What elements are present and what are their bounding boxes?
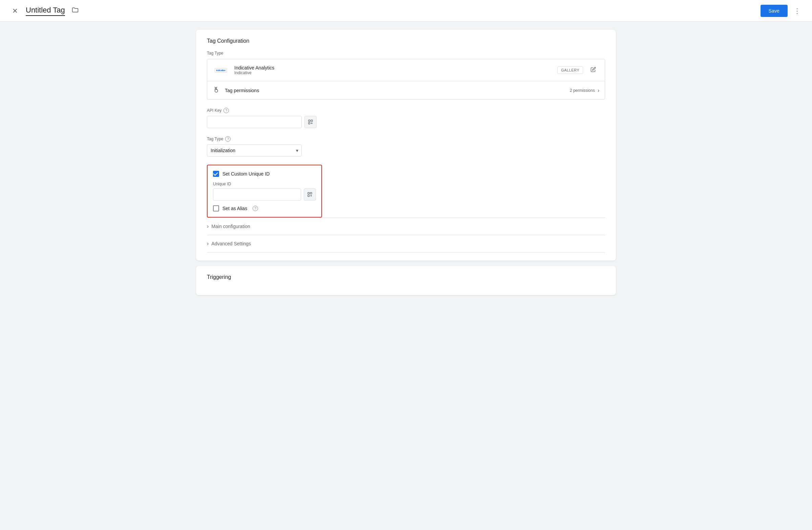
save-button[interactable]: Save (760, 5, 788, 17)
key-icon (211, 85, 221, 96)
svg-rect-5 (310, 193, 312, 194)
api-key-input-row (207, 116, 605, 128)
tag-type-name: Indicative Analytics (234, 65, 557, 70)
tag-configuration-title: Tag Configuration (207, 38, 605, 44)
triggering-title: Triggering (207, 274, 605, 280)
tag-type-help-icon[interactable]: ? (225, 136, 231, 142)
close-button[interactable]: ✕ (8, 4, 22, 18)
tag-permissions-row[interactable]: Tag permissions 2 permissions › (207, 81, 605, 99)
main-content: Tag Configuration Tag Type indicative In… (142, 22, 670, 303)
tag-type-box: indicative Indicative Analytics Indicati… (207, 59, 605, 100)
tag-type-indicative-row: indicative Indicative Analytics Indicati… (207, 59, 605, 81)
custom-unique-id-section: Set Custom Unique ID Unique ID (207, 165, 322, 218)
tag-type-field-label: Tag Type ? (207, 136, 605, 142)
api-key-group: API Key ? (207, 108, 605, 128)
main-configuration-row[interactable]: › Main configuration (207, 218, 605, 235)
folder-icon (72, 7, 78, 15)
permissions-chevron-right-icon: › (598, 87, 599, 94)
svg-rect-1 (308, 120, 310, 122)
tag-type-section-label: Tag Type (207, 51, 605, 56)
edit-icon (591, 67, 596, 73)
tag-type-select[interactable]: Initialization Track Event (207, 144, 302, 156)
set-custom-unique-id-row: Set Custom Unique ID (213, 171, 316, 177)
tag-type-select-wrapper: Initialization Track Event ▾ (207, 144, 302, 156)
indicative-logo-text: indicative (215, 68, 227, 72)
svg-point-0 (215, 89, 218, 92)
close-icon: ✕ (12, 7, 18, 15)
folder-button[interactable] (69, 5, 81, 17)
main-configuration-label: Main configuration (211, 224, 250, 229)
header: ✕ Untitled Tag Save ⋮ (0, 0, 812, 22)
triggering-card: Triggering (196, 266, 616, 295)
unique-id-input-row (213, 189, 316, 200)
page-title: Untitled Tag (26, 6, 65, 16)
tag-type-field-group: Tag Type ? Initialization Track Event ▾ (207, 136, 605, 156)
more-menu-button[interactable]: ⋮ (790, 4, 804, 18)
main-configuration-chevron-icon: › (207, 223, 208, 229)
unique-id-variable-button[interactable] (304, 189, 316, 200)
svg-rect-6 (308, 195, 309, 197)
set-custom-unique-id-checkbox[interactable] (213, 171, 219, 177)
api-key-help-icon[interactable]: ? (223, 108, 229, 113)
set-as-alias-help-icon[interactable]: ? (252, 206, 258, 211)
unique-id-group: Unique ID (213, 182, 316, 200)
gallery-badge: GALLERY (557, 66, 583, 74)
tag-type-info: Indicative Analytics Indicative (234, 65, 557, 75)
advanced-settings-chevron-icon: › (207, 241, 208, 247)
svg-rect-2 (311, 120, 313, 122)
advanced-settings-label: Advanced Settings (211, 241, 251, 246)
header-right: Save ⋮ (760, 4, 804, 18)
advanced-settings-row[interactable]: › Advanced Settings (207, 235, 605, 252)
svg-rect-4 (308, 193, 309, 194)
edit-tag-type-button[interactable] (587, 64, 599, 76)
tag-type-provider: Indicative (234, 70, 557, 75)
api-key-label: API Key ? (207, 108, 605, 113)
tag-permissions-label: Tag permissions (225, 88, 570, 93)
api-key-input[interactable] (207, 116, 302, 128)
unique-id-label: Unique ID (213, 182, 316, 186)
set-custom-unique-id-label: Set Custom Unique ID (222, 171, 270, 177)
header-left: ✕ Untitled Tag (8, 4, 81, 18)
svg-rect-3 (308, 122, 310, 124)
api-key-variable-button[interactable] (304, 116, 317, 128)
set-as-alias-label: Set as Alias (222, 206, 247, 211)
more-vert-icon: ⋮ (794, 7, 800, 15)
set-as-alias-checkbox[interactable] (213, 205, 219, 211)
tag-logo: indicative (213, 65, 229, 75)
unique-id-input[interactable] (213, 189, 301, 200)
tag-configuration-card: Tag Configuration Tag Type indicative In… (196, 30, 616, 261)
set-as-alias-row: Set as Alias ? (213, 205, 316, 211)
permissions-count: 2 permissions (570, 88, 595, 93)
